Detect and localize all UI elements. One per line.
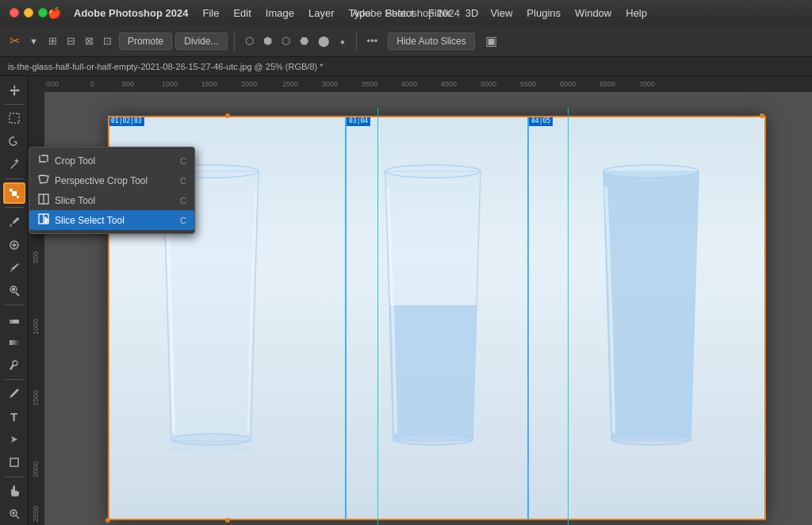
eraser-tool[interactable] <box>3 308 25 330</box>
menu-app-name[interactable]: Adobe Photoshop 2024 <box>67 6 194 21</box>
menu-layer[interactable]: Layer <box>302 6 341 21</box>
title-bar: 🍎 Adobe Photoshop 2024 File Edit Image L… <box>0 0 812 25</box>
ruler-label: 6000 <box>560 80 576 88</box>
marquee-tool[interactable] <box>3 108 25 129</box>
menu-window[interactable]: Window <box>569 6 618 21</box>
perspective-crop-icon <box>37 174 50 187</box>
menu-view[interactable]: View <box>484 6 519 21</box>
separator-1 <box>234 32 235 51</box>
document-canvas: 01|02|03 03|04 04|05 <box>108 116 766 520</box>
ruler-label: 5000 <box>481 80 496 88</box>
menu-3d[interactable]: 3D <box>459 6 485 21</box>
layer-icon-2[interactable]: ⊟ <box>63 33 79 49</box>
options-bar: ✂ ▼ ⊞ ⊟ ⊠ ⊡ Promote Divide... ⬡ ⬢ ⬡ ⬣ ⬤ … <box>0 25 812 57</box>
ruler-label: 4000 <box>401 80 417 88</box>
tool-option-icon: ▼ <box>26 33 41 49</box>
slice-tool-shortcut: C <box>180 196 186 205</box>
main-layout: T -500 0 500 1000 1500 2000 2500 <box>0 76 812 525</box>
minimize-button[interactable] <box>24 8 33 17</box>
gradient-tool[interactable] <box>3 331 25 353</box>
separator-2 <box>356 32 357 51</box>
slice-04: 04|05 <box>528 116 766 520</box>
clone-stamp-tool[interactable] <box>3 280 25 301</box>
type-tool[interactable]: T <box>3 406 25 427</box>
handle-bottom-left <box>105 518 110 523</box>
hand-tool[interactable] <box>3 481 25 502</box>
ruler-label: 5500 <box>520 80 536 88</box>
ruler-label: 500 <box>122 80 134 88</box>
layer-icon-4[interactable]: ⊡ <box>99 33 116 49</box>
layer-icons-group: ⊞ ⊟ ⊠ ⊡ <box>44 33 116 49</box>
slice-select-tool-item[interactable]: Slice Select Tool C <box>29 210 194 230</box>
slice-select-shortcut: C <box>180 216 186 225</box>
align-bottom-icon[interactable]: ⬥ <box>335 33 350 49</box>
menu-edit[interactable]: Edit <box>227 6 257 21</box>
menu-file[interactable]: File <box>196 6 225 21</box>
slice-select-label: Slice Select Tool <box>55 215 124 226</box>
svg-rect-17 <box>10 458 18 466</box>
traffic-lights[interactable] <box>10 8 48 17</box>
more-options-icon[interactable]: ••• <box>363 33 382 49</box>
crop-tool-icon <box>37 154 50 167</box>
crop-slice-tool[interactable] <box>3 182 25 204</box>
ruler-left-label: 2000 <box>32 462 40 477</box>
perspective-crop-label: Perspective Crop Tool <box>55 175 147 186</box>
zoom-tool[interactable] <box>3 504 25 525</box>
perspective-crop-shortcut: C <box>180 176 186 186</box>
layer-icon-3[interactable]: ⊠ <box>81 33 98 49</box>
apple-logo-icon[interactable]: 🍎 <box>48 6 61 19</box>
svg-rect-0 <box>10 113 19 123</box>
close-button[interactable] <box>10 8 19 17</box>
crop-tool-item[interactable]: Crop Tool C <box>29 151 194 171</box>
slice-badge-03: 03|04 <box>347 117 370 126</box>
slice-tool-item[interactable]: Slice Tool C <box>29 190 194 210</box>
shape-tool[interactable] <box>3 452 25 473</box>
crop-tool-shortcut: C <box>180 156 186 166</box>
eyedropper-tool[interactable] <box>3 211 25 232</box>
magic-wand-tool[interactable] <box>3 154 25 175</box>
flyout-menu: Crop Tool C Perspective Crop Tool C Slic… <box>29 147 195 234</box>
promote-button[interactable]: Promote <box>119 33 172 50</box>
handle-bottom-middle <box>225 518 230 523</box>
svg-rect-13 <box>10 320 13 324</box>
ruler-top: -500 0 500 1000 1500 2000 2500 3000 3500… <box>29 76 812 92</box>
panel-icon[interactable]: ▣ <box>481 31 501 51</box>
svg-line-19 <box>16 515 19 519</box>
perspective-crop-tool-item[interactable]: Perspective Crop Tool C <box>29 171 194 190</box>
pen-tool[interactable] <box>3 383 25 404</box>
slice-03: 03|04 <box>346 116 528 520</box>
ruler-left-label: 2500 <box>32 506 40 522</box>
ruler-left-label: 1500 <box>32 390 40 406</box>
path-selection-tool[interactable] <box>3 429 25 450</box>
layer-icon-1[interactable]: ⊞ <box>44 33 61 49</box>
healing-tool[interactable] <box>3 234 25 255</box>
maximize-button[interactable] <box>38 8 48 17</box>
ruler-label: 4500 <box>441 80 457 88</box>
hide-auto-slices-button[interactable]: Hide Auto Slices <box>388 33 474 50</box>
align-middle-icon[interactable]: ⬤ <box>314 33 334 49</box>
dodge-tool[interactable] <box>3 354 25 376</box>
align-right-icon[interactable]: ⬡ <box>278 33 294 49</box>
align-left-icon[interactable]: ⬡ <box>241 33 258 49</box>
menu-plugins[interactable]: Plugins <box>520 6 567 21</box>
document-tab[interactable]: is-the-glass-half-full-or-half-empty-202… <box>8 62 324 71</box>
lasso-tool[interactable] <box>3 131 25 152</box>
move-tool[interactable] <box>3 79 25 101</box>
align-center-icon[interactable]: ⬢ <box>259 33 276 49</box>
svg-line-16 <box>10 365 13 370</box>
align-top-icon[interactable]: ⬣ <box>296 33 312 49</box>
menu-image[interactable]: Image <box>259 6 301 21</box>
menu-help[interactable]: Help <box>619 6 653 21</box>
tool-separator-4 <box>5 305 24 305</box>
guide-line-1 <box>377 108 378 525</box>
divide-button[interactable]: Divide... <box>175 33 227 50</box>
window-title: Adobe Photoshop 2024 <box>352 7 460 19</box>
tab-bar: is-the-glass-half-full-or-half-empty-202… <box>0 57 812 76</box>
canvas-area[interactable]: -500 0 500 1000 1500 2000 2500 3000 3500… <box>29 76 812 525</box>
ruler-left-label: 500 <box>32 251 40 263</box>
ruler-label: 1000 <box>162 80 178 88</box>
ruler-label: 2500 <box>282 80 298 88</box>
brush-tool[interactable] <box>3 257 25 278</box>
slice-select-icon <box>37 213 50 227</box>
svg-point-11 <box>12 288 14 290</box>
